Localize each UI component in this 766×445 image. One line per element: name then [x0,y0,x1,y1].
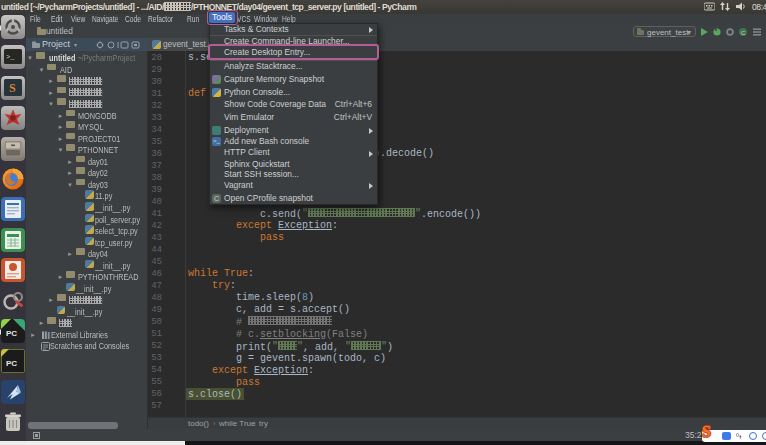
svg-text:C: C [741,30,746,36]
svg-text:PC: PC [6,329,17,338]
svg-text:S: S [9,81,16,95]
svg-text:>_: >_ [6,53,15,61]
svg-text:PC: PC [6,359,17,368]
